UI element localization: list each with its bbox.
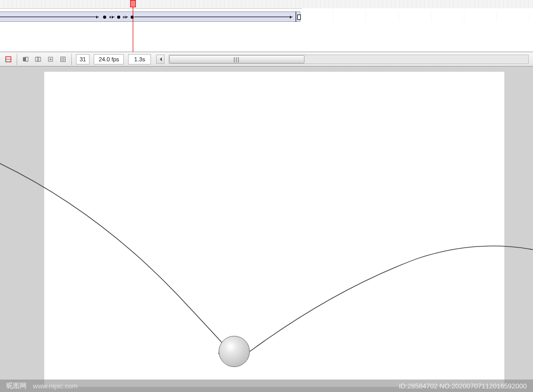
onion-skin-button[interactable] xyxy=(20,54,31,64)
elapsed-readout[interactable]: 1.3s xyxy=(128,54,151,64)
playhead[interactable] xyxy=(133,0,133,52)
watermark-site: www.nipic.com xyxy=(33,382,78,390)
watermark-bar: 昵图网 www.nipic.com ID:28584702 NO:2020070… xyxy=(0,380,533,392)
tween-arrow xyxy=(125,17,128,17)
scrollbar-grip-icon xyxy=(234,57,240,62)
separator xyxy=(17,54,17,65)
keyframe-hollow-icon[interactable] xyxy=(123,16,125,18)
ruler-divider xyxy=(0,8,302,9)
onion-skin-outlines-button[interactable] xyxy=(33,54,43,64)
tween-arrow xyxy=(112,17,115,17)
keyframe-icon[interactable] xyxy=(131,16,134,19)
scrollbar-thumb[interactable] xyxy=(169,55,304,63)
svg-rect-9 xyxy=(62,58,64,60)
empty-frames[interactable] xyxy=(300,11,533,22)
loop-playback-button[interactable] xyxy=(58,54,68,64)
stage-container xyxy=(0,67,533,392)
keyframe-icon[interactable] xyxy=(103,16,106,19)
svg-rect-5 xyxy=(37,57,41,61)
keyframe-hollow-icon[interactable] xyxy=(109,16,111,18)
scroll-left-button[interactable] xyxy=(156,55,164,64)
current-frame-readout[interactable]: 31 xyxy=(76,54,90,64)
svg-rect-2 xyxy=(23,57,26,61)
svg-point-7 xyxy=(49,58,51,60)
svg-rect-8 xyxy=(61,57,66,62)
playhead-handle[interactable] xyxy=(130,0,136,7)
timeline-scrollbar[interactable] xyxy=(169,55,529,64)
modify-onion-markers-button[interactable] xyxy=(45,54,56,64)
motion-path[interactable] xyxy=(0,67,533,392)
watermark-meta: ID:28584702 NO:20200707112016592000 xyxy=(399,382,527,390)
end-keyframe-icon[interactable] xyxy=(296,11,300,22)
tween-arrow xyxy=(134,17,293,17)
fps-readout[interactable]: 24.0 fps xyxy=(94,54,124,64)
watermark-brand: 昵图网 xyxy=(6,381,27,390)
svg-rect-4 xyxy=(35,57,39,61)
separator xyxy=(71,54,72,65)
timeline-panel xyxy=(0,0,533,52)
ball-sprite[interactable] xyxy=(219,336,250,367)
keyframe-icon[interactable] xyxy=(117,16,120,19)
edit-multiple-frames-button[interactable] xyxy=(3,54,14,64)
timeline-ruler[interactable] xyxy=(0,0,533,8)
timeline-status-bar: 31 24.0 fps 1.3s xyxy=(0,52,533,67)
tween-arrow xyxy=(0,17,99,17)
